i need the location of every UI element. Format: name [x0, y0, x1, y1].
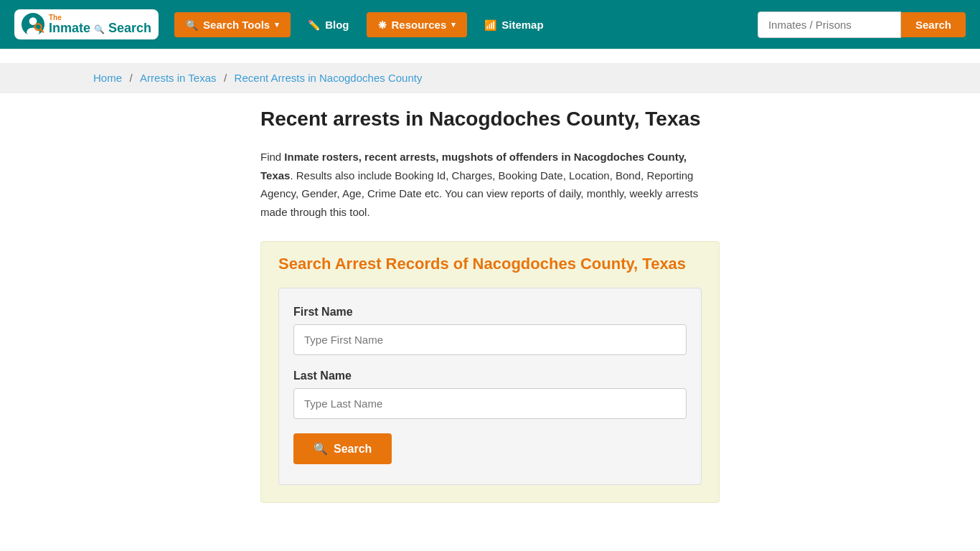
breadcrumb-arrests-in-texas[interactable]: Arrests in Texas: [140, 72, 216, 84]
header-search-button[interactable]: Search: [901, 12, 966, 37]
logo-area[interactable]: The Inmate 🔍 Search: [14, 9, 159, 39]
last-name-label: Last Name: [293, 369, 687, 382]
page-description: Find Inmate rosters, recent arrests, mug…: [260, 148, 720, 221]
breadcrumb: Home / Arrests in Texas / Recent Arrests…: [0, 63, 980, 93]
resources-button[interactable]: Resources ▾: [367, 12, 468, 37]
first-name-group: First Name: [293, 306, 687, 355]
chevron-down-icon-resources: ▾: [451, 20, 456, 29]
breadcrumb-sep-1: /: [129, 72, 132, 84]
blog-link[interactable]: Blog: [299, 12, 357, 37]
breadcrumb-home[interactable]: Home: [93, 72, 122, 84]
header-search-input[interactable]: [758, 11, 901, 38]
header: The Inmate 🔍 Search Search Tools ▾ Blog …: [0, 0, 980, 49]
sitemap-link[interactable]: Sitemap: [476, 12, 552, 37]
search-submit-icon: 🔍: [314, 442, 328, 456]
resources-icon: [378, 19, 387, 31]
search-submit-label: Search: [334, 443, 372, 456]
search-section: Search Arrest Records of Nacogdoches Cou…: [260, 241, 720, 503]
logo-box: The Inmate 🔍 Search: [14, 9, 159, 39]
blog-icon: [308, 19, 320, 31]
search-tools-button[interactable]: Search Tools ▾: [174, 12, 291, 37]
search-section-title: Search Arrest Records of Nacogdoches Cou…: [278, 255, 702, 273]
page-title: Recent arrests in Nacogdoches County, Te…: [260, 108, 720, 131]
logo-text: The Inmate 🔍 Search: [49, 14, 151, 36]
first-name-input[interactable]: [293, 324, 687, 355]
main-content: Recent arrests in Nacogdoches County, Te…: [167, 93, 813, 532]
first-name-label: First Name: [293, 306, 687, 319]
breadcrumb-current: Recent Arrests in Nacogdoches County: [235, 72, 423, 84]
last-name-input[interactable]: [293, 388, 687, 419]
sitemap-icon: [484, 19, 496, 31]
search-tools-icon: [186, 19, 198, 31]
last-name-group: Last Name: [293, 369, 687, 419]
form-box: First Name Last Name 🔍 Search: [278, 288, 702, 485]
search-submit-button[interactable]: 🔍 Search: [293, 433, 392, 464]
logo-inmate-label: Inmate 🔍 Search: [49, 22, 151, 36]
header-search-group: Search: [758, 11, 966, 38]
breadcrumb-sep-2: /: [224, 72, 227, 84]
logo-icon: [22, 13, 44, 36]
chevron-down-icon: ▾: [275, 20, 279, 29]
